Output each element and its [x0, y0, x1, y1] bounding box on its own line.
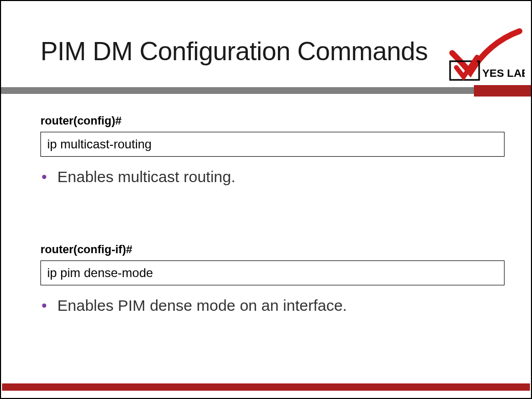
command-box-2: ip pim dense-mode [40, 260, 505, 285]
content-area: router(config)# ip multicast-routing • E… [40, 114, 502, 314]
logo-text: YES LAB [482, 67, 525, 79]
divider [1, 85, 531, 98]
prompt-2: router(config-if)# [40, 243, 502, 256]
bullet-row-2: • Enables PIM dense mode on an interface… [40, 297, 502, 314]
bullet-text-1: Enables multicast routing. [58, 168, 236, 186]
slide: PIM DM Configuration Commands YES LAB ro… [0, 0, 532, 399]
bullet-row-1: • Enables multicast routing. [40, 168, 502, 186]
logo: YES LAB [442, 27, 525, 84]
bullet-text-2: Enables PIM dense mode on an interface. [58, 297, 347, 314]
divider-red [474, 85, 531, 97]
bullet-icon: • [41, 169, 47, 185]
divider-gray [1, 87, 474, 94]
command-box-1: ip multicast-routing [40, 132, 505, 157]
prompt-1: router(config)# [40, 114, 502, 128]
footer-bar [2, 383, 530, 391]
bullet-icon: • [41, 298, 47, 313]
